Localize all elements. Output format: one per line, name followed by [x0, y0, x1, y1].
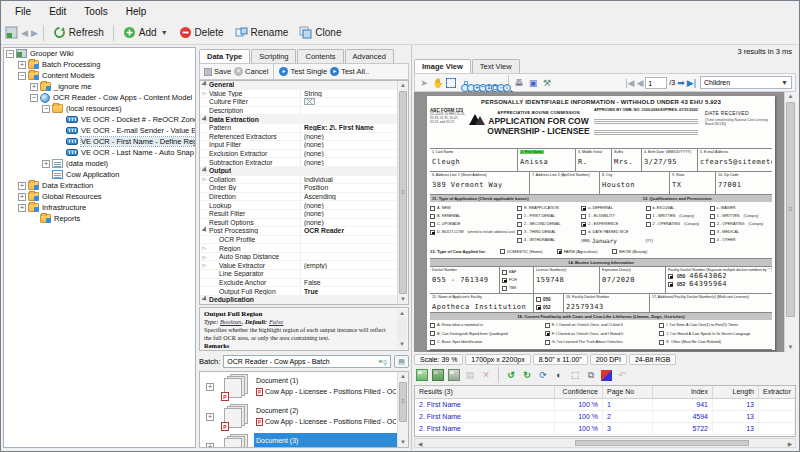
tree-item-data-model[interactable]: +(data model): [4, 158, 195, 169]
tree-item-local-resources[interactable]: −(local resources): [4, 103, 195, 114]
pointer-icon[interactable]: ➤: [418, 77, 430, 89]
collapse-icon[interactable]: −: [18, 72, 26, 80]
select-region-icon[interactable]: [446, 78, 456, 88]
tree-item-batch-processing[interactable]: +Batch Processing: [4, 59, 195, 70]
tree-item-ve-ocr-first-name[interactable]: VE OCR - First Name - Define Region: [4, 136, 195, 147]
expand-icon[interactable]: +: [30, 83, 38, 91]
col-results[interactable]: Results (3): [415, 386, 555, 398]
discard-changes-icon[interactable]: ✕: [480, 369, 492, 381]
scrollbar-thumb[interactable]: [786, 102, 795, 317]
rotate-right-icon[interactable]: ↻: [521, 369, 533, 381]
scroll-down-icon[interactable]: ▼: [398, 295, 408, 304]
menu-edit[interactable]: Edit: [41, 3, 74, 20]
batch-doc-1[interactable]: + P Document (1) PCow App - Licensee - P…: [200, 372, 408, 402]
col-confidence[interactable]: Confidence: [555, 386, 603, 398]
prop-line-separator[interactable]: Line Separator: [200, 270, 408, 279]
result-row-1[interactable]: 2. First Name100 %194113: [415, 399, 795, 411]
description-scrollbar[interactable]: ▲ ▼: [397, 309, 407, 349]
test-all-button[interactable]: ▸Test All..: [330, 67, 369, 76]
prop-auto-snap-distance[interactable]: ▷Auto Snap Distance: [200, 253, 408, 262]
tree-item-cow-application[interactable]: Cow Application: [4, 169, 195, 180]
col-extractor[interactable]: Extractor: [759, 386, 795, 398]
print-icon[interactable]: 🖶: [513, 77, 525, 89]
last-page-icon[interactable]: ▶|: [687, 77, 696, 89]
prop-output-full-region[interactable]: Output Full RegionTrue: [200, 287, 408, 296]
scroll-left-icon[interactable]: ◀: [415, 440, 425, 447]
undo-icon[interactable]: ↶: [616, 369, 628, 381]
scroll-down-icon[interactable]: ▼: [785, 343, 796, 352]
prop-lookup[interactable]: Lookup(none): [200, 201, 408, 210]
tab-scripting[interactable]: Scripting: [251, 49, 296, 63]
collapse-icon[interactable]: −: [6, 50, 14, 58]
tree-item-ve-ocr-docket[interactable]: VE OCR - Docket # - ReOCR Zone: [4, 114, 195, 125]
contrast-icon[interactable]: ◐: [553, 369, 565, 381]
first-page-icon[interactable]: |◀: [625, 77, 634, 89]
tab-data-type[interactable]: Data Type: [199, 49, 250, 64]
nav-back-icon[interactable]: ◀: [21, 27, 28, 39]
nav-forward-icon[interactable]: ▶: [31, 27, 38, 39]
scrollbar-thumb[interactable]: [399, 91, 407, 294]
tree-item-ocr-reader-content-model[interactable]: −OCR Reader - Cow Apps - Content Model: [4, 92, 195, 103]
prop-pattern[interactable]: PatternRegEx: 2\. First Name: [200, 124, 408, 133]
result-row-2[interactable]: 2. First Name100 %2459413: [415, 411, 795, 423]
tree-item-ignore-me[interactable]: +_ignore me: [4, 81, 195, 92]
tree-item-global-resources[interactable]: +Global Resources: [4, 191, 195, 202]
scrollbar-thumb[interactable]: [575, 440, 750, 446]
prop-region[interactable]: ▷Region: [200, 244, 408, 253]
scroll-up-icon[interactable]: ▲: [398, 372, 408, 381]
pan-hand-icon[interactable]: ✋: [432, 77, 444, 89]
tree-item-grooper-wiki[interactable]: −Grooper Wiki: [4, 48, 195, 59]
expand-icon[interactable]: +: [18, 204, 26, 212]
expand-icon[interactable]: +: [206, 383, 214, 391]
prop-exclude-anchor[interactable]: Exclude AnchorFalse: [200, 279, 408, 288]
color-mode-icon[interactable]: [601, 370, 612, 381]
prop-subtraction-extractor[interactable]: Subtraction Extractor(none): [200, 158, 408, 167]
tab-text-view[interactable]: Text View: [472, 59, 520, 73]
scroll-down-icon[interactable]: ▼: [397, 340, 407, 349]
expand-icon[interactable]: +: [18, 193, 26, 201]
prop-result-options[interactable]: Result Options(none): [200, 219, 408, 228]
prop-direction[interactable]: DirectionAscending: [200, 193, 408, 202]
scrollbar-thumb[interactable]: [399, 382, 407, 422]
scroll-up-icon[interactable]: ▲: [785, 92, 796, 101]
menu-file[interactable]: File: [7, 3, 39, 20]
prop-culture-filter[interactable]: Culture Filter: [200, 98, 408, 107]
result-row-3[interactable]: 2. First Name100 %3572213: [415, 423, 795, 435]
image-marker-icon[interactable]: [448, 369, 460, 381]
nav-mode-dropdown[interactable]: Children ▼: [700, 76, 792, 89]
tab-advanced[interactable]: Advanced: [345, 49, 394, 63]
tree-item-ve-ocr-email-sender[interactable]: VE OCR - E-mail Sender - Value Extractor: [4, 125, 195, 136]
expand-icon[interactable]: +: [42, 160, 50, 168]
category-deduplication[interactable]: Deduplication: [200, 296, 408, 305]
prop-input-filter[interactable]: Input Filter(none): [200, 141, 408, 150]
scroll-down-icon[interactable]: ▼: [398, 438, 408, 447]
tree-item-infrastructure[interactable]: +Infrastructure: [4, 202, 195, 213]
results-horizontal-scrollbar[interactable]: ◀ ▶: [414, 438, 796, 448]
prop-description[interactable]: Description: [200, 107, 408, 116]
batch-combobox[interactable]: OCR Reader - Cow Apps - Batch ⏷⚲: [223, 355, 391, 368]
tree-home-icon[interactable]: [5, 26, 18, 39]
rename-button[interactable]: Rename: [231, 24, 293, 41]
rotate-left-icon[interactable]: ↺: [505, 369, 517, 381]
expand-icon[interactable]: +: [206, 413, 214, 421]
prop-ocr-profile[interactable]: OCR Profile: [200, 236, 408, 245]
viewer-scrollbar[interactable]: ▲ ▼: [784, 92, 796, 352]
next-page-icon[interactable]: ➡: [677, 77, 685, 89]
tree-item-ve-ocr-last-name[interactable]: VE OCR - Last Name - Auto Snap: [4, 147, 195, 158]
scroll-up-icon[interactable]: ▲: [397, 309, 407, 318]
type-link[interactable]: Boolean: [220, 318, 242, 325]
batch-list-scrollbar[interactable]: ▲ ▼: [397, 372, 408, 447]
prop-order-by[interactable]: Order ByPosition: [200, 184, 408, 193]
category-output[interactable]: Output: [200, 167, 408, 176]
category-general[interactable]: General: [200, 81, 408, 90]
batch-doc-3-selected[interactable]: + P Document (3) PCow App - Licensee - P…: [200, 432, 408, 448]
prop-result-filter[interactable]: Result Filter(none): [200, 210, 408, 219]
expand-icon[interactable]: +: [18, 61, 26, 69]
save-changes-icon[interactable]: ▤: [464, 369, 476, 381]
tree-item-data-extraction[interactable]: +Data Extraction: [4, 180, 195, 191]
zoom-region-icon[interactable]: [458, 81, 462, 85]
property-grid-scrollbar[interactable]: ▲ ▼: [397, 81, 408, 304]
default-link[interactable]: False: [269, 318, 283, 325]
copy-page-icon[interactable]: ⧉: [585, 369, 597, 381]
batch-doc-2[interactable]: + P Document (2) PCow App - Licensee - P…: [200, 402, 408, 432]
